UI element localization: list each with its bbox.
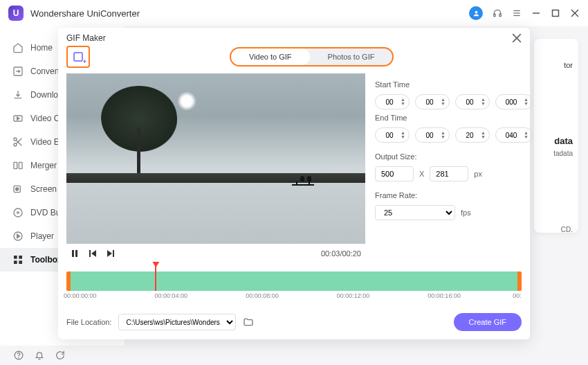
scissors-icon	[12, 136, 24, 148]
svg-rect-7	[553, 10, 559, 17]
tick: 00:00:08:00	[246, 292, 279, 299]
start-hours[interactable]: ▲▼	[375, 94, 410, 109]
start-ms[interactable]: ▲▼	[495, 94, 533, 109]
output-height-input[interactable]	[430, 166, 468, 181]
sidebar-label: Merger	[30, 161, 57, 170]
menu-icon[interactable]	[512, 8, 522, 18]
maximize-icon[interactable]	[551, 8, 560, 18]
svg-rect-36	[89, 250, 91, 257]
dialog-close-icon[interactable]	[512, 33, 522, 43]
next-frame-icon[interactable]	[107, 249, 115, 258]
gif-maker-dialog: GIF Maker Video to GIF Photos to GIF 00:…	[58, 28, 530, 339]
background-card: tor data tadata CD.	[534, 39, 578, 233]
tick: 00:00:16:00	[428, 292, 461, 299]
titlebar: U Wondershare UniConverter	[0, 0, 588, 26]
svg-point-13	[14, 138, 17, 141]
close-icon[interactable]	[570, 8, 580, 18]
video-preview[interactable]	[66, 73, 365, 244]
chevron-down-icon[interactable]: ▼	[481, 102, 486, 106]
svg-rect-34	[72, 250, 74, 257]
timeline-ruler: 00:00:00:00 00:00:04:00 00:00:08:00 00:0…	[66, 292, 522, 306]
playhead[interactable]	[155, 266, 156, 291]
download-icon	[12, 89, 24, 100]
app-title: Wondershare UniConverter	[30, 8, 140, 19]
tab-photos-to-gif[interactable]: Photos to GIF	[310, 48, 393, 65]
tick: 00:00:12:00	[337, 292, 370, 299]
svg-point-21	[14, 208, 22, 217]
create-gif-button[interactable]: Create GIF	[454, 313, 522, 331]
headset-icon[interactable]	[493, 8, 502, 18]
chevron-down-icon[interactable]: ▼	[401, 135, 406, 139]
tick: 00:	[513, 292, 522, 299]
end-minutes[interactable]: ▲▼	[415, 127, 450, 143]
frame-rate-select[interactable]: 25	[375, 205, 455, 220]
playback-time: 00:03/00:20	[321, 249, 361, 258]
tick: 00:00:00:00	[64, 292, 97, 299]
svg-rect-1	[494, 14, 495, 17]
svg-marker-38	[107, 250, 112, 257]
svg-rect-28	[19, 260, 22, 264]
start-seconds[interactable]: ▲▼	[455, 94, 490, 109]
tab-video-to-gif[interactable]: Video to GIF	[231, 48, 310, 65]
end-ms[interactable]: ▲▼	[495, 127, 533, 143]
svg-rect-33	[74, 53, 82, 61]
dialog-title: GIF Maker	[66, 33, 106, 43]
end-hours[interactable]: ▲▼	[375, 127, 410, 143]
bg-text: CD.	[561, 226, 573, 233]
bg-text: tadata	[553, 150, 573, 157]
sidebar-label: Toolbox	[30, 255, 62, 265]
end-time-label: End Time	[375, 114, 533, 122]
start-time-label: Start Time	[375, 80, 533, 89]
start-minutes[interactable]: ▲▼	[415, 94, 450, 109]
svg-point-14	[14, 143, 17, 146]
timeline[interactable]	[66, 271, 522, 291]
svg-rect-39	[113, 250, 114, 257]
pause-icon[interactable]	[71, 249, 79, 258]
chevron-down-icon[interactable]: ▼	[481, 135, 486, 139]
chevron-down-icon[interactable]: ▼	[441, 102, 446, 106]
merge-icon	[12, 160, 24, 171]
record-icon	[12, 184, 24, 195]
add-file-button[interactable]	[66, 46, 90, 68]
end-seconds[interactable]: ▲▼	[455, 127, 490, 143]
compress-icon	[12, 113, 24, 124]
chevron-down-icon[interactable]: ▼	[401, 102, 406, 106]
svg-point-0	[475, 10, 477, 13]
chevron-down-icon[interactable]: ▼	[524, 102, 529, 106]
svg-rect-18	[19, 162, 22, 168]
user-avatar-icon[interactable]	[469, 6, 483, 20]
sidebar-label: Player	[30, 231, 54, 241]
svg-marker-37	[91, 250, 96, 257]
bg-text: tor	[564, 61, 573, 69]
svg-rect-35	[75, 250, 77, 257]
feedback-icon[interactable]	[55, 350, 65, 360]
app-logo-icon: U	[8, 6, 24, 21]
converter-icon	[12, 66, 24, 77]
frame-rate-label: Frame Rate:	[375, 191, 533, 199]
svg-point-30	[19, 357, 19, 358]
output-size-label: Output Size:	[375, 152, 533, 161]
file-location-label: File Location:	[66, 318, 111, 326]
bell-icon[interactable]	[35, 350, 44, 360]
svg-point-22	[17, 212, 19, 214]
svg-rect-26	[19, 256, 22, 259]
minimize-icon[interactable]	[531, 8, 541, 18]
prev-frame-icon[interactable]	[89, 249, 97, 258]
px-label: px	[474, 170, 482, 178]
svg-rect-25	[14, 256, 17, 259]
multiply-label: X	[419, 170, 424, 178]
svg-rect-2	[499, 14, 501, 17]
svg-marker-12	[17, 117, 19, 120]
disc-icon	[12, 207, 24, 218]
chevron-down-icon[interactable]: ▼	[441, 135, 446, 139]
grid-icon	[12, 254, 24, 265]
file-location-select[interactable]: C:\Users\ws\Pictures\Wonders	[118, 314, 236, 330]
open-folder-icon[interactable]	[243, 317, 254, 328]
svg-marker-24	[17, 234, 20, 238]
chevron-down-icon[interactable]: ▼	[524, 135, 529, 139]
svg-point-20	[16, 188, 19, 190]
home-icon	[12, 42, 24, 53]
output-width-input[interactable]	[375, 166, 414, 181]
help-icon[interactable]	[14, 350, 24, 360]
bg-text: data	[554, 136, 573, 146]
